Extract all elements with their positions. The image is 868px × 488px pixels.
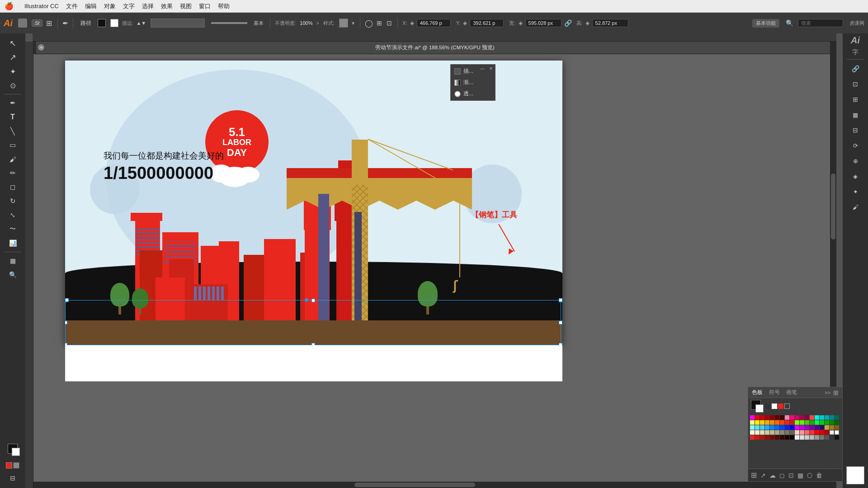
right-pathfinder-icon[interactable]: ⊕ bbox=[849, 155, 862, 167]
fill-color[interactable] bbox=[8, 444, 18, 454]
style-swatch[interactable] bbox=[339, 19, 348, 28]
line-tool[interactable]: ╲ bbox=[6, 125, 19, 137]
menu-illustrator[interactable]: Illustrator CC bbox=[24, 3, 59, 9]
cp-new-swatch-icon[interactable]: ⊞ bbox=[751, 471, 757, 479]
fill-swatch[interactable] bbox=[110, 19, 118, 27]
h-input[interactable] bbox=[592, 19, 628, 27]
color-panel-tab-brushes[interactable]: 画笔 bbox=[786, 389, 797, 396]
right-align2-icon[interactable]: ⊟ bbox=[849, 124, 862, 136]
right-symbols-icon[interactable]: ✦ bbox=[849, 185, 862, 198]
opacity-label: 不透明度: bbox=[275, 20, 296, 27]
cp-delete-icon[interactable]: 🗑 bbox=[816, 472, 822, 479]
menu-help[interactable]: 帮助 bbox=[218, 2, 230, 10]
screen-mode[interactable]: ⊟ bbox=[6, 472, 19, 484]
rect-tool[interactable]: ▭ bbox=[6, 139, 19, 151]
x-label: X: bbox=[402, 20, 407, 26]
rotate-tool[interactable]: ↻ bbox=[6, 195, 19, 207]
menu-window[interactable]: 窗口 bbox=[199, 2, 211, 10]
style-label: 样式: bbox=[323, 20, 335, 27]
watermark: 虎课网 bbox=[849, 20, 864, 27]
toolbar-mode-icon bbox=[18, 19, 27, 28]
menu-file[interactable]: 文件 bbox=[66, 2, 78, 10]
link-panel-icon[interactable]: 🔗 bbox=[849, 62, 862, 75]
lasso-tool[interactable]: ⊙ bbox=[6, 79, 19, 92]
graph-tool[interactable]: 📊 bbox=[6, 237, 19, 249]
stroke-swatch[interactable] bbox=[98, 19, 106, 27]
char-icon[interactable]: 字 bbox=[852, 48, 859, 56]
x-input[interactable] bbox=[417, 19, 451, 27]
layers-icon[interactable]: ⊞ bbox=[849, 93, 862, 106]
type-tool[interactable]: T bbox=[6, 111, 19, 123]
mode-label: 路径 bbox=[78, 19, 94, 28]
menu-effect[interactable]: 效果 bbox=[161, 2, 173, 10]
stroke-dropdown[interactable]: ▲▼ bbox=[136, 20, 146, 26]
crane-cable-right bbox=[459, 187, 460, 277]
zoom-tool[interactable]: 🔍 bbox=[6, 268, 19, 281]
right-brushes-icon[interactable]: 🖌 bbox=[849, 201, 862, 213]
cp-icon-3[interactable]: ☁ bbox=[769, 472, 776, 479]
crane-horizontal-beam bbox=[287, 168, 472, 178]
building-left-1-top bbox=[131, 213, 162, 221]
float-btn-3[interactable]: 透... bbox=[452, 88, 494, 99]
eraser-tool[interactable]: ◻ bbox=[6, 181, 19, 193]
icon-circle[interactable]: ◯ bbox=[365, 19, 373, 28]
menu-edit[interactable]: 编辑 bbox=[85, 2, 97, 10]
crane-cable-diagonal bbox=[368, 139, 453, 170]
w-input[interactable] bbox=[525, 19, 561, 27]
color-panel-tab-symbols[interactable]: 符号 bbox=[769, 389, 780, 396]
right-appearance-icon[interactable]: ◈ bbox=[849, 170, 862, 183]
scale-tool[interactable]: ⤡ bbox=[6, 209, 19, 221]
annotation-arrow bbox=[498, 224, 515, 252]
building-right-1 bbox=[264, 239, 296, 320]
right-grid-icon[interactable]: ▦ bbox=[849, 108, 862, 121]
y-input[interactable] bbox=[470, 19, 504, 27]
search-input[interactable] bbox=[798, 19, 843, 27]
cp-icon-7[interactable]: ⬡ bbox=[807, 472, 812, 479]
search-icon[interactable]: 🔍 bbox=[786, 19, 793, 27]
cp-icon-4[interactable]: ◻ bbox=[779, 472, 785, 479]
color-panel-toolbar: ⊞ ↗ ☁ ◻ ⊡ ▦ ⬡ 🗑 bbox=[748, 469, 842, 481]
bottom-strip bbox=[65, 320, 562, 345]
stroke-input[interactable] bbox=[151, 19, 205, 28]
paintbrush-tool[interactable]: 🖌 bbox=[6, 153, 19, 165]
style-dropdown[interactable]: ▼ bbox=[351, 21, 355, 26]
right-transform-icon[interactable]: ⟳ bbox=[849, 139, 862, 152]
scrollbar-horizontal[interactable] bbox=[33, 482, 836, 488]
menu-view[interactable]: 视图 bbox=[180, 2, 192, 10]
color-panel-grid[interactable]: ⊞ bbox=[833, 389, 839, 396]
annotation-label: 【钢笔】工具 bbox=[471, 210, 517, 220]
menu-object[interactable]: 对象 bbox=[104, 2, 116, 10]
cp-icon-5[interactable]: ⊡ bbox=[788, 472, 794, 479]
preset-dropdown[interactable]: 基本功能 bbox=[752, 19, 779, 28]
stroke-color[interactable] bbox=[6, 462, 19, 469]
float-btn-2[interactable]: 渐... bbox=[452, 77, 494, 88]
select-tool[interactable]: ↖ bbox=[6, 37, 19, 50]
cp-icon-2[interactable]: ↗ bbox=[760, 472, 766, 479]
close-tab-btn[interactable]: ✕ bbox=[38, 44, 44, 51]
menu-select[interactable]: 选择 bbox=[142, 2, 154, 10]
color-panel: 色板 符号 画笔 >> ⊞ bbox=[748, 387, 843, 482]
menu-text[interactable]: 文字 bbox=[123, 2, 135, 10]
apple-menu[interactable]: 🍎 bbox=[5, 2, 14, 10]
artboard: 5.1 LABOR DAY 我们每一位都是构建社会美好的 1/150000000… bbox=[65, 61, 562, 345]
color-panel-tab-swatches[interactable]: 色板 bbox=[752, 389, 763, 396]
gradient-tool[interactable]: ▦ bbox=[6, 254, 19, 267]
icon-transform[interactable]: ⊡ bbox=[387, 19, 392, 27]
warp-tool[interactable]: 〜 bbox=[6, 223, 19, 235]
link-icon[interactable]: 🔗 bbox=[564, 19, 572, 27]
magic-wand-tool[interactable]: ✦ bbox=[6, 65, 19, 78]
right-align-icon[interactable]: ⊡ bbox=[849, 78, 862, 90]
toolbar-sep3 bbox=[270, 18, 270, 28]
pencil-tool[interactable]: ✏ bbox=[6, 167, 19, 179]
y-label: Y: bbox=[456, 20, 461, 26]
cp-icon-6[interactable]: ▦ bbox=[797, 472, 803, 479]
toolbar-grid-btn[interactable]: ⊞ bbox=[46, 19, 52, 28]
toolbar-pen-icon[interactable]: ✒ bbox=[62, 19, 68, 28]
toolbar-st-btn[interactable]: St bbox=[32, 19, 42, 27]
icon-grid2[interactable]: ⊞ bbox=[377, 19, 382, 27]
pen-tool[interactable]: ✒ bbox=[6, 97, 19, 109]
tab-bar: ✕ 劳动节演示文件.ai* @ 188.56% (CMYK/GPU 预览) bbox=[33, 42, 836, 54]
direct-select-tool[interactable]: ↗ bbox=[6, 51, 19, 64]
toolbar-sep1 bbox=[57, 18, 58, 28]
color-panel-expand[interactable]: >> bbox=[825, 390, 830, 395]
